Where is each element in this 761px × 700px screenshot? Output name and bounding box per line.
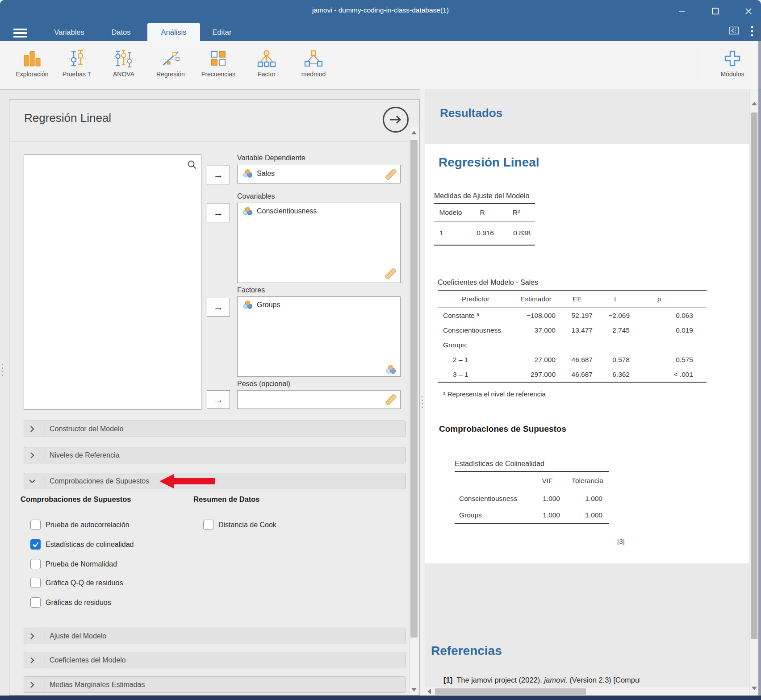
available-variables-list[interactable]	[24, 154, 201, 410]
collapse-options-button[interactable]	[383, 107, 409, 133]
results-scrollbar-thumb[interactable]	[751, 112, 757, 639]
collinearity-table: Estadísticas de Colinealidad VIF Toleran…	[455, 460, 609, 524]
bar-chart-icon	[22, 49, 42, 68]
section-ajuste-del-modelo[interactable]: Ajuste del Modelo	[24, 628, 406, 644]
scroll-up-arrow[interactable]	[752, 102, 757, 105]
maximize-icon	[712, 8, 719, 15]
frequencies-icon	[208, 49, 229, 68]
chevron-right-icon	[30, 425, 34, 433]
checkbox-box-checked[interactable]	[30, 539, 41, 550]
scroll-left-arrow[interactable]	[427, 689, 431, 694]
ribbon-button-factor[interactable]: Factor	[245, 45, 288, 78]
continuous-ruler-icon	[385, 168, 397, 180]
scroll-down-arrow[interactable]	[752, 687, 757, 690]
window-right-edge	[758, 21, 761, 696]
ribbon-button-pruebas-t[interactable]: Pruebas T	[55, 45, 98, 78]
chevron-right-icon	[30, 633, 34, 640]
search-icon	[187, 159, 197, 170]
ribbon-button-exploracion[interactable]: Exploración	[11, 45, 54, 78]
assumption-checks-heading: Comprobaciones de Supuestos	[21, 495, 131, 504]
covariates-box[interactable]: Conscientiousness	[237, 203, 401, 283]
hamburger-menu-button[interactable]	[13, 27, 27, 39]
app-menu-button[interactable]	[750, 25, 754, 39]
checkbox-prueba-normalidad[interactable]: Prueba de Normalidad	[30, 559, 117, 569]
ribbon-button-anova[interactable]: ANOVA	[102, 45, 145, 78]
checkbox-grafica-qq[interactable]: Gráfica Q-Q de residuos	[30, 578, 123, 588]
checkbox-box[interactable]	[203, 520, 213, 530]
arrow-right-icon	[389, 115, 402, 125]
left-edge-grip-icon	[2, 362, 3, 378]
checkbox-box[interactable]	[30, 597, 41, 608]
section-constructor-del-modelo[interactable]: Constructor del Modelo	[24, 421, 406, 437]
assumption-checks-results-heading: Comprobaciones de Supuestos	[439, 424, 566, 434]
checkbox-box[interactable]	[30, 578, 41, 588]
checkbox-graficas-residuos[interactable]: Gráficas de residuos	[30, 597, 111, 608]
table-row: 3 – 1 297.000 46.687 6.362 < .001	[438, 367, 707, 382]
continuous-ruler-icon	[385, 393, 397, 406]
minimize-button[interactable]	[673, 5, 691, 17]
factors-box[interactable]: Groups	[237, 296, 401, 377]
ribbon-separator	[697, 44, 697, 84]
chevron-right-icon	[30, 681, 34, 688]
checkbox-distancia-cook[interactable]: Distancia de Cook	[203, 520, 276, 530]
ribbon-button-modulos[interactable]: Módulos	[711, 45, 754, 78]
chevron-right-icon	[30, 452, 34, 459]
options-scrollbar[interactable]	[409, 127, 419, 695]
covariate-item[interactable]: Conscientiousness	[238, 203, 400, 215]
factors-label: Factores	[237, 286, 265, 294]
chevron-down-icon	[29, 479, 36, 483]
covariates-label: Covariables	[237, 192, 275, 200]
table-row: Constante ᵃ −108.000 52.197 −2.069 0.063	[438, 308, 707, 323]
horizontal-scrollbar-thumb[interactable]	[435, 688, 586, 695]
checkbox-prueba-autocorrelacion[interactable]: Prueba de autocorrelación	[30, 520, 130, 530]
dependent-variable-label: Variable Dependiente	[237, 154, 305, 162]
table-row: Conscientiousness 37.000 13.477 2.745 0.…	[438, 323, 707, 338]
ribbon-button-frecuencias[interactable]: Frecuencias	[197, 45, 240, 78]
panel-splitter[interactable]	[420, 89, 425, 696]
tab-editar[interactable]: Editar	[206, 23, 238, 41]
nominal-variable-icon	[243, 207, 253, 215]
reference-number: [1]	[443, 676, 452, 684]
ribbon-button-medmod[interactable]: medmod	[292, 45, 335, 78]
checkbox-estadisticas-colinealidad[interactable]: Estadísticas de colinealidad	[30, 539, 134, 550]
model-fit-table-title: Medidas de Ajuste del Modelo	[434, 192, 535, 200]
options-panel-title: Regresión Lineal	[24, 111, 111, 125]
assign-weights-button[interactable]: →	[207, 390, 230, 409]
results-horizontal-scrollbar[interactable]	[425, 688, 749, 696]
section-medias-marginales[interactable]: Medias Marginales Estimadas	[24, 676, 406, 693]
weights-field[interactable]	[237, 390, 401, 409]
panel-collapse-icon	[729, 26, 740, 35]
hide-results-panel-button[interactable]	[729, 26, 740, 37]
options-scrollbar-thumb[interactable]	[410, 140, 418, 638]
checkbox-box[interactable]	[30, 520, 41, 530]
tab-variables[interactable]: Variables	[47, 23, 92, 41]
factor-item[interactable]: Groups	[238, 297, 400, 309]
assign-dependent-button[interactable]: →	[207, 166, 230, 184]
scroll-down-arrow[interactable]	[411, 688, 417, 692]
dependent-variable-field[interactable]: Sales	[237, 165, 401, 183]
references-heading: Referencias	[431, 644, 502, 658]
model-fit-table: Medidas de Ajuste del Modelo Modelo R R²…	[434, 192, 535, 246]
window-title: jamovi - dummy-coding-in-class-database(…	[0, 6, 761, 14]
close-icon	[745, 8, 752, 15]
maximize-button[interactable]	[707, 5, 724, 17]
continuous-ruler-icon	[384, 267, 397, 280]
tab-datos[interactable]: Datos	[104, 23, 138, 41]
nominal-variable-icon	[243, 169, 253, 178]
results-vertical-scrollbar[interactable]	[749, 89, 759, 696]
assign-covariate-button[interactable]: →	[207, 204, 230, 222]
close-button[interactable]	[740, 5, 757, 17]
selected-analysis-results[interactable]: Regresión Lineal Medidas de Ajuste del M…	[425, 144, 749, 563]
nominal-variable-icon	[385, 365, 396, 374]
ribbon-button-regresion[interactable]: Regresión	[149, 45, 192, 78]
section-coeficientes-del-modelo[interactable]: Coeficientes del Modelo	[24, 652, 406, 668]
assign-factor-button[interactable]: →	[207, 298, 230, 317]
section-niveles-de-referencia[interactable]: Niveles de Referencia	[24, 447, 406, 463]
table-row: 1 0.916 0.838	[434, 221, 535, 245]
checkbox-box[interactable]	[30, 559, 41, 569]
data-summary-heading: Resumen de Datos	[193, 495, 260, 504]
scroll-up-arrow[interactable]	[411, 131, 417, 134]
weights-label: Pesos (opcional)	[237, 380, 290, 388]
tab-analisis[interactable]: Análisis	[147, 23, 200, 41]
splitter-grip-icon	[422, 394, 423, 410]
